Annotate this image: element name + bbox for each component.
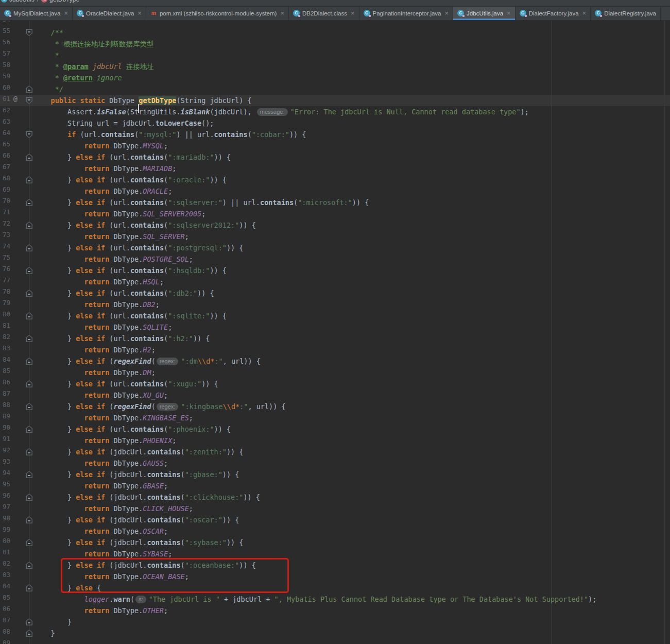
breadcrumb-item-getDbType[interactable]: mgetDbType <box>41 0 79 3</box>
code-line-55[interactable]: 55 /** <box>0 27 670 38</box>
fold-marker[interactable] <box>26 584 32 591</box>
code-line-86[interactable]: 86 } else if (url.contains(":xugu:")) { <box>0 378 670 389</box>
close-icon[interactable]: × <box>351 10 355 16</box>
code-line-78[interactable]: 78 } else if (url.contains(":db2:")) { <box>0 287 670 299</box>
code-line-67[interactable]: 67 return DbType.MARIADB; <box>0 163 670 174</box>
code-line-83[interactable]: 83 return DbType.H2; <box>0 344 670 355</box>
code-line-81[interactable]: 81 return DbType.SQLITE; <box>0 321 670 333</box>
line-number[interactable]: 59 <box>0 72 10 80</box>
code-line-74[interactable]: 74 } else if (url.contains(":postgresql:… <box>0 242 670 253</box>
code-line-75[interactable]: 75 return DbType.POSTGRE_SQL; <box>0 253 670 265</box>
code-line-62[interactable]: 62 Assert.isFalse(StringUtils.isBlank(jd… <box>0 106 670 117</box>
fold-marker[interactable] <box>26 154 32 161</box>
code-line-96[interactable]: 96 } else if (jdbcUrl.contains(":clickho… <box>0 492 670 503</box>
line-number[interactable]: 57 <box>0 49 10 57</box>
code-line-09[interactable]: 09 <box>0 639 670 644</box>
tab-JdbcUtils.java[interactable]: CJdbcUtils.java× <box>453 6 516 20</box>
code-line-02[interactable]: 02 } else if (jdbcUrl.contains(":oceanba… <box>0 560 670 571</box>
code-line-93[interactable]: 93 return DbType.GAUSS; <box>0 457 670 469</box>
code-line-99[interactable]: 99 return DbType.OSCAR; <box>0 526 670 537</box>
code-line-84[interactable]: 84 } else if (regexFind(regex:":dm\\d*:"… <box>0 355 670 367</box>
fold-marker[interactable] <box>26 199 32 206</box>
code-line-98[interactable]: 98 } else if (jdbcUrl.contains(":oscar:"… <box>0 514 670 526</box>
line-number[interactable]: 95 <box>0 480 10 488</box>
line-number[interactable]: 93 <box>0 457 10 465</box>
fold-marker[interactable] <box>26 176 32 183</box>
code-editor[interactable]: 5455 /**56 * 根据连接地址判断数据库类型57 *58 * @para… <box>0 21 670 644</box>
code-line-73[interactable]: 73 return DbType.SQL_SERVER; <box>0 231 670 242</box>
fold-marker[interactable] <box>26 494 32 501</box>
code-line-60[interactable]: 60 */ <box>0 83 670 95</box>
fold-marker[interactable] <box>26 312 32 319</box>
line-number[interactable]: 81 <box>0 321 10 329</box>
line-number[interactable]: 61 <box>0 95 10 103</box>
line-number[interactable]: 99 <box>0 526 10 533</box>
line-number[interactable]: 08 <box>0 628 10 635</box>
line-number[interactable]: 86 <box>0 378 10 386</box>
line-number[interactable]: 87 <box>0 389 10 397</box>
line-number[interactable]: 03 <box>0 571 10 579</box>
line-number[interactable]: 72 <box>0 219 10 227</box>
fold-marker[interactable] <box>26 539 32 546</box>
code-line-71[interactable]: 71 return DbType.SQL_SERVER2005; <box>0 208 670 219</box>
line-number[interactable]: 77 <box>0 276 10 284</box>
close-icon[interactable]: × <box>582 10 587 16</box>
code-line-56[interactable]: 56 * 根据连接地址判断数据库类型 <box>0 38 670 49</box>
fold-marker[interactable] <box>26 244 32 251</box>
line-number[interactable]: 97 <box>0 503 10 511</box>
line-number[interactable]: 55 <box>0 27 10 35</box>
line-number[interactable]: 73 <box>0 231 10 239</box>
code-line-66[interactable]: 66 } else if (url.contains(":mariadb:"))… <box>0 151 670 163</box>
fold-marker[interactable] <box>26 618 32 625</box>
code-line-06[interactable]: 06 return DbType.OTHER; <box>0 605 670 616</box>
line-number[interactable]: 54 <box>0 21 10 23</box>
code-line-89[interactable]: 89 return DbType.KINGBASE_ES; <box>0 412 670 423</box>
code-line-76[interactable]: 76 } else if (url.contains(":hsqldb:")) … <box>0 265 670 276</box>
close-icon[interactable]: × <box>64 10 68 16</box>
line-number[interactable]: 01 <box>0 548 10 556</box>
line-number[interactable]: 78 <box>0 287 10 295</box>
line-number[interactable]: 76 <box>0 265 10 273</box>
code-line-69[interactable]: 69 return DbType.ORACLE; <box>0 185 670 197</box>
close-icon[interactable]: × <box>445 10 449 16</box>
fold-marker[interactable] <box>26 131 32 138</box>
close-icon[interactable]: × <box>280 10 284 16</box>
fold-marker[interactable] <box>26 380 32 387</box>
line-number[interactable]: 84 <box>0 355 10 363</box>
code-line-03[interactable]: 03 return DbType.OCEAN_BASE; <box>0 571 670 582</box>
code-line-82[interactable]: 82 } else if (url.contains(":h2:")) { <box>0 333 670 344</box>
line-number[interactable]: 89 <box>0 412 10 420</box>
code-line-72[interactable]: 72 } else if (url.contains(":sqlserver20… <box>0 219 670 231</box>
line-number[interactable]: 65 <box>0 140 10 148</box>
code-line-05[interactable]: 05 logger.warn(s:"The jdbcUrl is " + jdb… <box>0 594 670 605</box>
line-number[interactable]: 00 <box>0 537 10 545</box>
tab-DialectFactory.java[interactable]: CDialectFactory.java× <box>516 6 591 20</box>
code-line-92[interactable]: 92 } else if (jdbcUrl.contains(":zenith:… <box>0 446 670 457</box>
line-number[interactable]: 09 <box>0 639 10 644</box>
line-number[interactable]: 94 <box>0 469 10 477</box>
line-number[interactable]: 70 <box>0 197 10 205</box>
code-line-94[interactable]: 94 } else if (jdbcUrl.contains(":gbase:"… <box>0 469 670 480</box>
line-number[interactable]: 63 <box>0 117 10 125</box>
tab-PaginationInterceptor.java[interactable]: CPaginationInterceptor.java× <box>359 6 454 20</box>
code-line-87[interactable]: 87 return DbType.XU_GU; <box>0 389 670 401</box>
code-line-58[interactable]: 58 * @param jdbcUrl 连接地址 <box>0 61 670 72</box>
line-number[interactable]: 75 <box>0 253 10 261</box>
line-number[interactable]: 82 <box>0 333 10 341</box>
code-line-95[interactable]: 95 return DbType.GBASE; <box>0 480 670 492</box>
line-number[interactable]: 56 <box>0 38 10 46</box>
line-number[interactable]: 79 <box>0 299 10 307</box>
code-line-54[interactable]: 54 <box>0 21 670 27</box>
line-number[interactable]: 02 <box>0 560 10 567</box>
code-line-77[interactable]: 77 return DbType.HSQL; <box>0 276 670 287</box>
fold-marker[interactable] <box>26 358 32 365</box>
line-number[interactable]: 58 <box>0 61 10 69</box>
line-number[interactable]: 98 <box>0 514 10 522</box>
code-line-79[interactable]: 79 return DbType.DB2; <box>0 299 670 310</box>
fold-marker[interactable] <box>26 448 32 455</box>
fold-marker[interactable] <box>26 97 32 104</box>
code-line-97[interactable]: 97 return DbType.CLICK_HOUSE; <box>0 503 670 514</box>
code-line-90[interactable]: 90 } else if (url.contains(":phoenix:"))… <box>0 423 670 435</box>
line-number[interactable]: 04 <box>0 582 10 590</box>
line-number[interactable]: 68 <box>0 174 10 182</box>
